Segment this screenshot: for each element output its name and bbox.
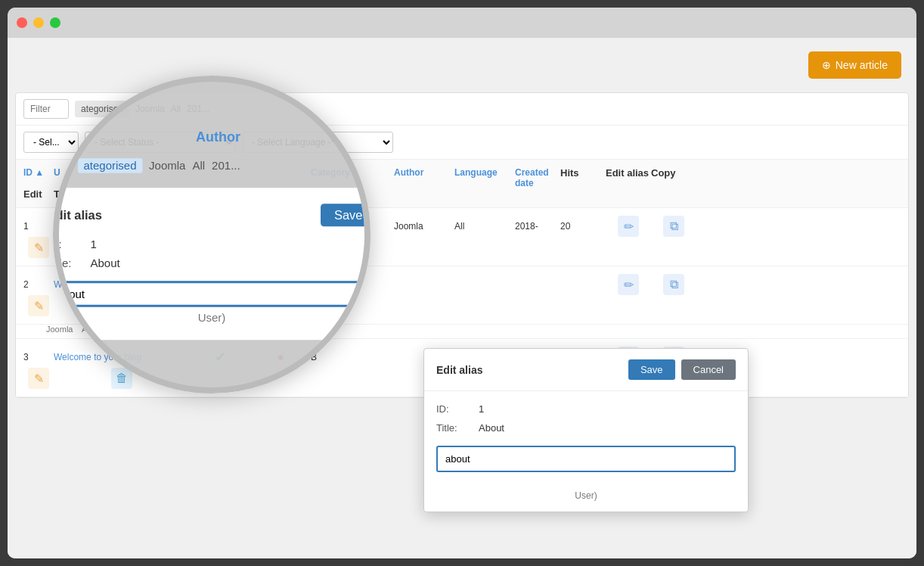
modal-title-label: Title: (436, 422, 467, 434)
td-created-1: 2018- (515, 221, 560, 232)
zoom-alias-input[interactable] (53, 281, 371, 307)
th-author[interactable]: Author (394, 167, 454, 188)
th-edit: Edit (23, 188, 54, 200)
zoom-id-row: ID: 1 (53, 238, 371, 250)
zoom-modal-title: Edit alias (53, 208, 102, 222)
th-language[interactable]: Language (454, 167, 515, 188)
th-copy: Copy (651, 167, 696, 188)
td-id-1: 1 (23, 221, 54, 232)
title-bar (8, 8, 916, 38)
td-edit-1[interactable]: ✎ (23, 237, 54, 258)
maximize-button[interactable] (50, 17, 60, 28)
td-edit-3[interactable]: ✎ (23, 368, 54, 389)
zoom-all-text: All (192, 159, 205, 172)
zoom-save-button[interactable]: Save (321, 204, 371, 226)
edit-alias-icon-2[interactable]: ✏ (618, 274, 639, 295)
zoom-cat-chip: ategorised (78, 158, 142, 173)
modal-title-value: About (479, 422, 504, 434)
th-edit-alias: Edit alias (606, 167, 651, 188)
new-article-label: New article (836, 59, 888, 71)
zoom-filter-row: ategorised Joomla All 201... (53, 156, 371, 176)
td-edit-2[interactable]: ✎ (23, 295, 54, 316)
th-created[interactable]: Created date (515, 167, 560, 188)
td-author-1: Joomla (394, 221, 454, 232)
zoom-date-text: 201... (212, 159, 240, 172)
zoom-title-label: Title: (53, 257, 79, 269)
modal-title-row: Title: About (436, 422, 736, 434)
copy-icon-2[interactable]: ⧉ (663, 274, 684, 295)
td-id-2: 2 (23, 279, 54, 290)
new-article-button[interactable]: ⊕ New article (808, 51, 901, 79)
edit-icon-3[interactable]: ✎ (28, 368, 49, 389)
plus-circle-icon: ⊕ (822, 59, 831, 71)
th-hits: Hits (560, 167, 606, 188)
toolbar: ⊕ New article (8, 38, 916, 92)
modal-body: ID: 1 Title: About (424, 391, 748, 484)
modal-title: Edit alias (436, 364, 482, 376)
modal-buttons: Save Cancel (628, 359, 736, 380)
zoom-title-value: About (91, 257, 120, 269)
edit-icon-2[interactable]: ✎ (28, 295, 49, 316)
modal-id-value: 1 (479, 403, 484, 415)
modal-id-label: ID: (436, 403, 467, 415)
zoom-author-header: Author (196, 129, 240, 145)
traffic-lights (17, 17, 60, 28)
edit-alias-modal: Edit alias Save Cancel ID: 1 Title: Abou… (423, 348, 749, 512)
td-copy-1[interactable]: ⧉ (651, 216, 696, 237)
edit-icon-1[interactable]: ✎ (28, 237, 49, 258)
zoom-content: Author Language ategorised Joomla All 20… (53, 95, 371, 375)
modal-cancel-button[interactable]: Cancel (681, 359, 736, 380)
td-edit-alias-1[interactable]: ✏ (606, 216, 651, 237)
zoom-magnifier: Author Language ategorised Joomla All 20… (53, 76, 371, 393)
modal-alias-input[interactable] (436, 446, 736, 472)
th-id[interactable]: ID ▲ (23, 167, 54, 188)
main-window: ⊕ New article ategorised Joomla All 201.… (8, 8, 916, 558)
copy-icon-1[interactable]: ⧉ (663, 216, 684, 237)
minimize-button[interactable] (33, 17, 44, 28)
zoom-col-headers: Author Language (53, 129, 371, 145)
zoom-joomla-text: Joomla (149, 159, 185, 172)
zoom-id-value: 1 (91, 238, 97, 250)
td-language-1: All (454, 221, 515, 232)
modal-id-row: ID: 1 (436, 403, 736, 415)
td-copy-2[interactable]: ⧉ (651, 274, 696, 295)
modal-save-button[interactable]: Save (628, 359, 675, 380)
td-id-3: 3 (23, 352, 54, 362)
td-edit-alias-2[interactable]: ✏ (606, 274, 651, 295)
modal-footer: User) (424, 484, 748, 512)
zoom-title-row: Title: About (53, 257, 371, 269)
zoom-modal-header: Edit alias Save (53, 204, 371, 226)
td-hits-1: 20 (560, 221, 606, 232)
modal-header: Edit alias Save Cancel (424, 349, 748, 391)
zoom-id-label: ID: (53, 238, 79, 250)
close-button[interactable] (17, 17, 27, 28)
content-area: ⊕ New article ategorised Joomla All 201.… (8, 38, 916, 558)
zoom-user-row: User) (53, 311, 371, 324)
zoom-edit-alias-modal: Edit alias Save ID: 1 Title: About User) (53, 186, 371, 341)
edit-alias-icon-1[interactable]: ✏ (618, 216, 639, 237)
